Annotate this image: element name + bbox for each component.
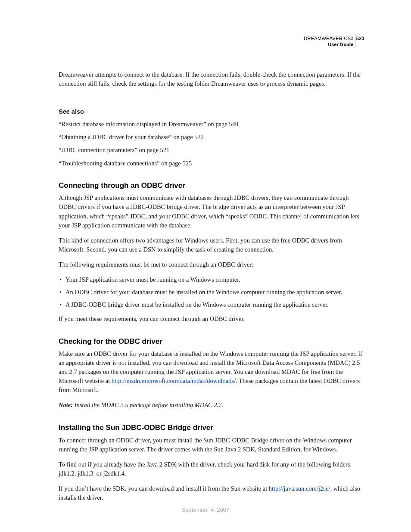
section-heading-odbc: Connecting through an ODBC driver bbox=[59, 180, 364, 191]
see-also-item: “Obtaining a JDBC driver for your databa… bbox=[59, 133, 364, 141]
list-item: An ODBC driver for your database must be… bbox=[59, 288, 364, 297]
see-also-list: “Restrict database information displayed… bbox=[59, 120, 364, 168]
body-paragraph: This kind of connection offers two advan… bbox=[59, 236, 364, 254]
note-text: Install the MDAC 2.5 package before inst… bbox=[75, 401, 223, 408]
body-paragraph: To find out if you already have the Java… bbox=[59, 460, 364, 478]
body-paragraph: The following requirements must be met t… bbox=[59, 260, 364, 269]
product-name: DREAMWEAVER CS3 bbox=[304, 36, 354, 41]
see-also-heading: See also bbox=[59, 107, 364, 116]
list-item: Your JSP application server must be runn… bbox=[59, 275, 364, 284]
body-paragraph: If you meet these requirements, you can … bbox=[59, 314, 364, 324]
see-also-item: “Restrict database information displayed… bbox=[59, 120, 364, 128]
requirements-list: Your JSP application server must be runn… bbox=[59, 275, 364, 309]
note-label: Note: bbox=[59, 401, 75, 408]
note-paragraph: Note: Install the MDAC 2.5 package befor… bbox=[59, 401, 364, 410]
guide-label: User Guide bbox=[59, 41, 364, 47]
msdn-link[interactable]: http://msdn.microsoft.com/data/mdac/down… bbox=[112, 377, 236, 384]
sun-link[interactable]: http://java.sun.com/j2se/ bbox=[269, 485, 330, 492]
see-also-item: “Troubleshooting database connections” o… bbox=[59, 159, 364, 168]
body-paragraph: To connect through an ODBC driver, you m… bbox=[59, 436, 364, 454]
section-heading-bridge: Installing the Sun JDBC-ODBC Bridge driv… bbox=[59, 423, 364, 433]
section-heading-checking: Checking for the ODBC driver bbox=[59, 336, 364, 347]
page-header: DREAMWEAVER CS3523 User Guide bbox=[59, 35, 364, 48]
footer-date: September 4, 2007 bbox=[0, 507, 411, 513]
body-paragraph: Make sure an ODBC driver for your databa… bbox=[59, 349, 364, 395]
list-item: A JDBC-ODBC bridge driver must be instal… bbox=[59, 300, 364, 309]
body-paragraph: If you don’t have the SDK, you can downl… bbox=[59, 484, 364, 502]
intro-paragraph: Dreamweaver attempts to connect to the d… bbox=[59, 70, 364, 88]
see-also-item: “JDBC connection parameters” on page 521 bbox=[59, 146, 364, 154]
body-paragraph: Although JSP applications must communica… bbox=[59, 193, 364, 230]
